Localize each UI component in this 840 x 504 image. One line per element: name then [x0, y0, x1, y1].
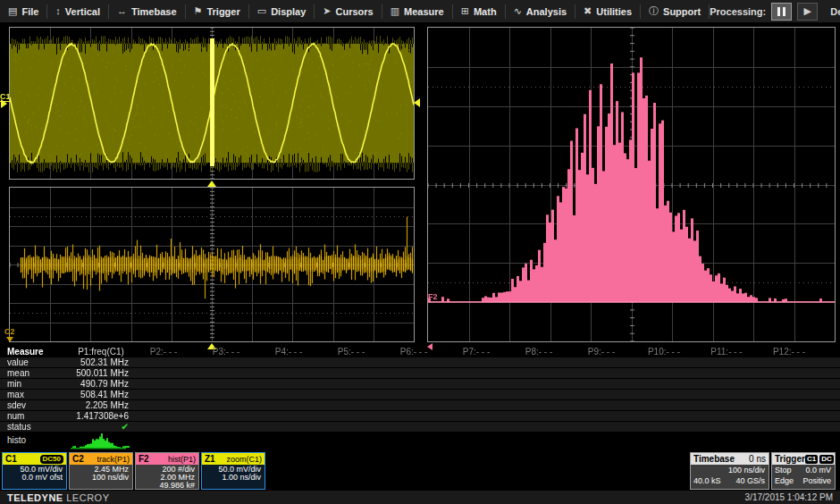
c1-waveform-canvas[interactable] — [10, 28, 414, 179]
menu-item-timebase[interactable]: ↔Timebase — [109, 0, 185, 22]
menu-item-label: Cursors — [336, 6, 374, 17]
channel-box-z1[interactable]: Z1zoom(C1)50.0 mV/div1.00 ns/div — [201, 452, 265, 490]
menu-item-vertical[interactable]: ↕Vertical — [47, 0, 108, 22]
trigger-box-label: Trigger — [775, 454, 805, 464]
timebase-box-label: Timebase — [693, 454, 735, 464]
c1-offset-marker[interactable] — [1, 99, 7, 108]
c2-track-canvas[interactable] — [10, 188, 414, 341]
channel-box-c2[interactable]: C2track(P1)2.45 MHz100 ns/div — [69, 452, 133, 490]
trigger-box[interactable]: TriggerC1DCStop0.0 mVEdgePositive — [771, 452, 836, 490]
datetime: 3/17/2015 1:04:12 PM — [745, 492, 833, 502]
measure-row-label: min — [0, 379, 70, 389]
trigger-level-marker[interactable] — [414, 98, 420, 107]
measure-p1-value: 2.205 MHz — [70, 400, 132, 410]
menu-item-label: Support — [663, 6, 701, 17]
menu-item-label: Math — [474, 6, 497, 17]
scope-screen: C1 C2 F2 MeasureP1:freq(C1)P2:- - -P3:- … — [0, 23, 840, 491]
menu-item-analysis[interactable]: ∿Analysis — [506, 0, 575, 22]
measure-row-max: max508.41 MHz — [0, 390, 840, 399]
brand-primary: TELEDYNE — [7, 492, 63, 503]
timebase-box-cell: 40 GS/s — [735, 475, 765, 486]
f2-histogram-canvas[interactable] — [428, 28, 835, 341]
play-button[interactable]: ▶ — [797, 3, 818, 21]
channel-box-c1[interactable]: C1DC5050.0 mV/div0.0 mV ofst — [2, 452, 67, 490]
channel-title: track(P1) — [97, 455, 130, 464]
c2-offset-marker[interactable] — [6, 337, 13, 342]
measure-col-header: P11:- - - — [695, 347, 758, 357]
trigger-box-cell: Positive — [802, 475, 831, 486]
measure-col-header: P3:- - - — [195, 347, 257, 357]
channel-id: C2 — [72, 454, 84, 464]
menubar-items: ▤File↕Vertical↔Timebase⚑Trigger▭Display➤… — [0, 0, 710, 22]
timebase-icon: ↔ — [117, 6, 127, 16]
measure-p1-value: ✔ — [70, 422, 132, 432]
menu-item-cursors[interactable]: ➤Cursors — [315, 0, 381, 22]
brand-secondary: LECROY — [66, 492, 109, 503]
menu-item-label: Analysis — [526, 6, 567, 17]
channel-box-body: 2.45 MHz100 ns/div — [70, 465, 132, 489]
menu-item-utilities[interactable]: ✖Utilities — [575, 0, 640, 22]
measure-table: MeasureP1:freq(C1)P2:- - -P3:- - -P4:- -… — [0, 347, 840, 433]
measure-col-header: P1:freq(C1) — [70, 347, 132, 357]
file-icon: ▤ — [8, 6, 17, 16]
menu-item-label: Vertical — [65, 6, 100, 17]
measure-col-header: P5:- - - — [320, 347, 382, 357]
channel-box-body: 50.0 mV/div1.00 ns/div — [202, 465, 265, 489]
measure-col-header: P7:- - - — [445, 347, 508, 357]
channel-box-header: F2hist(P1) — [136, 453, 198, 465]
pause-icon — [777, 7, 780, 16]
f2-trace-label[interactable]: F2 — [428, 293, 438, 301]
channel-title: hist(P1) — [168, 455, 196, 464]
menu-item-display[interactable]: ▭Display — [249, 0, 315, 22]
menu-item-file[interactable]: ▤File — [0, 0, 46, 22]
menu-item-support[interactable]: ⓘSupport — [641, 0, 709, 22]
measure-row-label: status — [0, 422, 70, 432]
waveform-grid-c1[interactable]: C1 — [9, 27, 415, 180]
menu-item-label: Measure — [404, 6, 444, 17]
measure-p1-value: 490.79 MHz — [70, 379, 132, 389]
coupling-badge: DC50 — [40, 455, 63, 464]
menu-item-label: Timebase — [131, 6, 177, 17]
trigger-box-badge-dc: DC — [819, 455, 834, 464]
measure-p1-value: 502.31 MHz — [70, 357, 132, 367]
measure-title: Measure — [0, 347, 70, 357]
timebase-box-cell: 40.0 kS — [693, 475, 721, 486]
trigger-box-badges: C1DC — [805, 455, 834, 464]
processing-label: Processing: — [710, 6, 766, 17]
measure-row-label: num — [0, 411, 70, 421]
trigger-box-badge-c1: C1 — [805, 455, 818, 464]
default-label: Default: — [830, 6, 840, 17]
histo-thumbnail[interactable] — [67, 433, 130, 449]
channel-setting: 0.0 mV ofst — [4, 474, 63, 482]
measure-col-header: P10:- - - — [633, 347, 695, 357]
measure-row-label: max — [0, 390, 70, 399]
oscilloscope-app: ▤File↕Vertical↔Timebase⚑Trigger▭Display➤… — [0, 0, 840, 504]
pause-button[interactable] — [771, 3, 792, 21]
measure-col-header: P12:- - - — [758, 347, 820, 357]
channel-box-body: 200 #/div2.00 MHz49.986 k# — [136, 465, 198, 489]
timebase-box[interactable]: Timebase0 ns100 ns/div40.0 kS40 GS/s — [690, 452, 769, 490]
measure-row-value: value502.31 MHz — [0, 357, 840, 367]
c2-trace-label[interactable]: C2 — [4, 328, 15, 336]
menu-item-label: File — [21, 6, 38, 17]
measure-p1-value: 1.417308e+6 — [70, 411, 132, 421]
menu-item-math[interactable]: ⊞Math — [453, 0, 505, 22]
measure-row-label: mean — [0, 368, 70, 378]
brand-logo: TELEDYNE LECROY — [7, 492, 110, 503]
menubar: ▤File↕Vertical↔Timebase⚑Trigger▭Display➤… — [0, 0, 840, 23]
menu-item-trigger[interactable]: ⚑Trigger — [186, 0, 248, 22]
channel-box-f2[interactable]: F2hist(P1)200 #/div2.00 MHz49.986 k# — [135, 452, 199, 490]
timebase-box-row: 100 ns/div — [691, 465, 769, 475]
menu-item-measure[interactable]: ▥Measure — [382, 0, 452, 22]
histogram-grid-f2[interactable]: F2 — [427, 27, 836, 342]
waveform-grid-c2[interactable]: C2 — [9, 187, 415, 342]
statusbar: TELEDYNE LECROY 3/17/2015 1:04:12 PM — [0, 491, 840, 504]
cursors-icon: ➤ — [323, 6, 331, 16]
channel-box-header: Z1zoom(C1) — [202, 453, 265, 465]
timebase-box-header: Timebase0 ns — [691, 453, 769, 465]
measure-col-header: P9:- - - — [570, 347, 633, 357]
trigger-box-row: Stop0.0 mV — [772, 465, 835, 475]
trigger-position-marker[interactable] — [207, 181, 216, 187]
timebase-box-cell: 100 ns/div — [728, 465, 765, 475]
menu-item-label: Trigger — [206, 6, 239, 17]
